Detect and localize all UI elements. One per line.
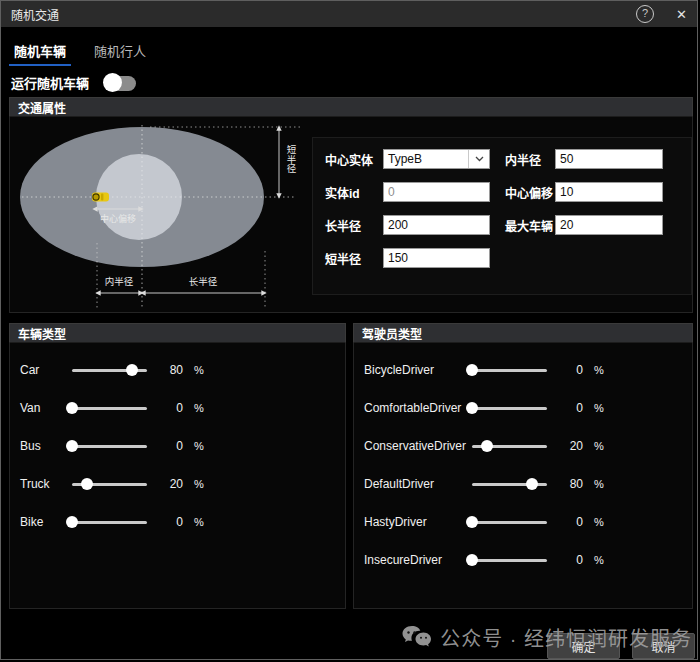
percent-label: %: [594, 440, 604, 452]
slider-label: DefaultDriver: [364, 477, 472, 491]
slider-row-car: Car 80 %: [10, 351, 345, 389]
percent-label: %: [194, 402, 204, 414]
comfortabledriver-slider[interactable]: [472, 407, 547, 410]
slider-row-bus: Bus 0 %: [10, 427, 345, 465]
inner-radius-diagram-label: 内半径: [105, 276, 134, 287]
bus-slider[interactable]: [72, 445, 147, 448]
conservativedriver-slider[interactable]: [472, 445, 547, 448]
percent-label: %: [194, 478, 204, 490]
slider-label: BicycleDriver: [364, 363, 472, 377]
center-entity-select[interactable]: TypeB: [383, 149, 490, 169]
percent-label: %: [594, 554, 604, 566]
slider-value: 0: [157, 515, 183, 529]
short-radius-label: 短半径: [325, 250, 383, 267]
tab-bar: 随机车辆 随机行人: [11, 39, 149, 66]
percent-label: %: [194, 440, 204, 452]
slider-knob[interactable]: [66, 440, 78, 452]
slider-row-insecuredriver: InsecureDriver 0 %: [354, 541, 692, 579]
percent-label: %: [194, 516, 204, 528]
max-vehicles-label: 最大车辆: [505, 217, 555, 234]
long-radius-label: 长半径: [325, 217, 383, 234]
traffic-properties-section: 交通属性 短半径: [9, 97, 693, 313]
wechat-icon: [401, 625, 433, 651]
max-vehicles-input[interactable]: [555, 215, 663, 235]
center-offset-diagram-label: 中心偏移: [100, 213, 136, 224]
center-entity-label: 中心实体: [325, 151, 383, 168]
slider-value: 80: [557, 477, 583, 491]
traffic-form-panel: 中心实体 TypeB 内半径: [312, 137, 692, 295]
slider-row-bike: Bike 0 %: [10, 503, 345, 541]
random-traffic-dialog: 随机交通 ? ✕ 随机车辆 随机行人 运行随机车辆 交通属性: [0, 0, 698, 660]
slider-row-comfortabledriver: ComfortableDriver 0 %: [354, 389, 692, 427]
close-icon[interactable]: ✕: [676, 7, 687, 22]
run-toggle-switch[interactable]: [103, 74, 137, 91]
slider-row-hastydriver: HastyDriver 0 %: [354, 503, 692, 541]
toggle-knob: [103, 73, 122, 92]
slider-value: 0: [157, 401, 183, 415]
chevron-down-icon: [468, 150, 489, 168]
bike-slider[interactable]: [72, 521, 147, 524]
slider-label: HastyDriver: [364, 515, 472, 529]
slider-knob[interactable]: [466, 516, 478, 528]
percent-label: %: [594, 478, 604, 490]
percent-label: %: [594, 402, 604, 414]
vehicle-section-title: 车辆类型: [18, 325, 66, 342]
slider-knob[interactable]: [526, 478, 538, 490]
driver-section-body: BicycleDriver 0 % ComfortableDriver 0 % …: [353, 343, 693, 609]
ok-button[interactable]: 确定: [547, 633, 620, 659]
help-icon[interactable]: ?: [636, 5, 654, 23]
slider-value: 0: [557, 553, 583, 567]
traffic-area-diagram: 短半径 中心偏移 内半径 长半径: [10, 117, 310, 311]
slider-knob[interactable]: [126, 364, 138, 376]
insecuredriver-slider[interactable]: [472, 559, 547, 562]
slider-value: 20: [557, 439, 583, 453]
slider-knob[interactable]: [481, 440, 493, 452]
slider-row-conservativedriver: ConservativeDriver 20 %: [354, 427, 692, 465]
slider-label: ConservativeDriver: [364, 439, 472, 453]
center-offset-input[interactable]: [555, 182, 663, 202]
dialog-title: 随机交通: [11, 6, 59, 23]
slider-knob[interactable]: [66, 402, 78, 414]
percent-label: %: [594, 516, 604, 528]
entity-id-label: 实体id: [325, 184, 383, 201]
run-toggle-row: 运行随机车辆: [11, 73, 137, 92]
slider-knob[interactable]: [66, 516, 78, 528]
vehicle-section-header: 车辆类型: [9, 323, 346, 343]
van-slider[interactable]: [72, 407, 147, 410]
center-entity-value: TypeB: [384, 152, 468, 166]
truck-slider[interactable]: [72, 483, 147, 486]
slider-row-bicycledriver: BicycleDriver 0 %: [354, 351, 692, 389]
percent-label: %: [194, 364, 204, 376]
tab-random-vehicles[interactable]: 随机车辆: [11, 39, 69, 66]
cancel-button[interactable]: 取消: [632, 633, 695, 659]
traffic-section-body: 短半径 中心偏移 内半径 长半径: [9, 117, 693, 313]
slider-value: 0: [557, 363, 583, 377]
defaultdriver-slider[interactable]: [472, 483, 547, 486]
vehicle-types-section: 车辆类型 Car 80 % Van 0 % Bus 0 % Truc: [9, 323, 346, 609]
inner-radius-input[interactable]: [555, 149, 663, 169]
bicycledriver-slider[interactable]: [472, 369, 547, 372]
slider-knob[interactable]: [466, 402, 478, 414]
slider-knob[interactable]: [466, 554, 478, 566]
inner-radius-label: 内半径: [505, 151, 555, 168]
driver-section-title: 驾驶员类型: [362, 325, 422, 342]
long-radius-input[interactable]: [383, 215, 490, 235]
slider-label: ComfortableDriver: [364, 401, 472, 415]
slider-row-van: Van 0 %: [10, 389, 345, 427]
short-radius-input[interactable]: [383, 248, 490, 268]
traffic-section-title: 交通属性: [18, 99, 66, 116]
hastydriver-slider[interactable]: [472, 521, 547, 524]
slider-value: 0: [557, 401, 583, 415]
long-radius-diagram-label: 长半径: [189, 276, 218, 287]
car-slider[interactable]: [72, 369, 147, 372]
slider-label: Van: [20, 401, 72, 415]
entity-id-input[interactable]: [383, 182, 490, 202]
slider-row-defaultdriver: DefaultDriver 80 %: [354, 465, 692, 503]
slider-row-truck: Truck 20 %: [10, 465, 345, 503]
tab-random-pedestrians[interactable]: 随机行人: [91, 39, 149, 66]
slider-knob[interactable]: [466, 364, 478, 376]
slider-knob[interactable]: [81, 478, 93, 490]
driver-types-section: 驾驶员类型 BicycleDriver 0 % ComfortableDrive…: [353, 323, 693, 609]
run-toggle-label: 运行随机车辆: [11, 73, 89, 92]
slider-label: Bike: [20, 515, 72, 529]
